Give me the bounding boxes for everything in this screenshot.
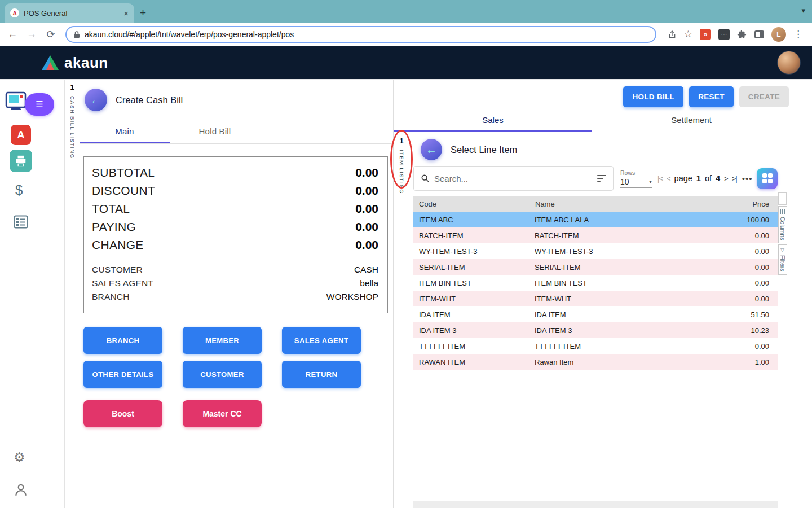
sales-agent-label: SALES AGENT <box>92 278 153 288</box>
main-content: 1 CASH BILL LISTING ← Create Cash Bill M… <box>65 80 812 508</box>
filters-panel-toggle[interactable]: ▽ Filters <box>778 244 787 275</box>
prev-page-icon[interactable]: < <box>667 174 670 183</box>
tab-main[interactable]: Main <box>80 119 170 143</box>
branch-button[interactable]: BRANCH <box>83 327 162 354</box>
table-row[interactable]: ITEM BIN TESTITEM BIN TEST0.00 <box>413 275 778 291</box>
item-listing-title: Select Line Item <box>451 144 517 155</box>
return-button[interactable]: RETURN <box>282 361 361 388</box>
back-arrow-button[interactable]: ← <box>421 139 442 160</box>
boost-button[interactable]: Boost <box>83 400 162 427</box>
hold-bill-button[interactable]: HOLD BILL <box>623 86 683 107</box>
info-row: CUSTOMERCASH <box>92 263 378 277</box>
printer-applet-icon[interactable] <box>10 150 32 172</box>
cell-price: 0.00 <box>659 342 778 351</box>
tab-hold-bill[interactable]: Hold Bill <box>170 119 260 143</box>
rows-select[interactable]: 10 ▾ <box>620 177 652 188</box>
browser-tab[interactable]: A POS General × <box>5 3 134 23</box>
side-panel-icon[interactable] <box>754 30 764 38</box>
bookmark-star-icon[interactable]: ☆ <box>684 28 692 40</box>
more-options-icon[interactable]: ••• <box>742 174 753 183</box>
user-avatar[interactable] <box>777 51 801 75</box>
app-sidebar: ☰ A $ ⚙ <box>0 80 65 508</box>
summary-row: TOTAL0.00 <box>92 200 378 218</box>
puzzle-extensions-icon[interactable] <box>737 29 747 40</box>
table-row[interactable]: ITEM ABCITEM ABC LALA100.00 <box>413 212 778 227</box>
item-table: Code Name Price ITEM ABCITEM ABC LALA100… <box>413 196 778 370</box>
create-button[interactable]: CREATE <box>739 86 789 107</box>
forward-icon[interactable]: → <box>25 28 38 40</box>
url-bar[interactable]: akaun.cloud/#/applet/tnt/wavelet/erp/pos… <box>65 26 656 43</box>
tab-settlement[interactable]: Settlement <box>592 108 791 132</box>
cash-bill-listing-vertical-tab[interactable]: 1 CASH BILL LISTING <box>65 80 80 508</box>
cell-code: TTTTTT ITEM <box>413 342 529 351</box>
next-page-icon[interactable]: > <box>724 174 728 183</box>
grid-view-button[interactable] <box>757 168 778 189</box>
filter-list-icon[interactable] <box>597 175 606 182</box>
table-row[interactable]: IDA ITEMIDA ITEM51.50 <box>413 306 778 322</box>
total-label: TOTAL <box>92 202 130 216</box>
new-tab-button[interactable]: + <box>140 7 146 18</box>
summary-row: CHANGE0.00 <box>92 236 378 254</box>
finance-applet-icon[interactable]: $ <box>15 182 23 198</box>
member-button[interactable]: MEMBER <box>183 327 262 354</box>
table-row[interactable]: SERIAL-ITEMSERIAL-ITEM0.00 <box>413 259 778 275</box>
bill-summary-box: SUBTOTAL0.00 DISCOUNT0.00 TOTAL0.00 PAYI… <box>83 156 388 313</box>
cell-price: 0.00 <box>659 279 778 287</box>
table-row[interactable]: WY-ITEM-TEST-3WY-ITEM-TEST-30.00 <box>413 243 778 259</box>
col-code[interactable]: Code <box>413 200 529 208</box>
right-pane-tabs: Sales Settlement <box>394 108 791 132</box>
col-price[interactable]: Price <box>659 196 778 212</box>
pdf-applet-icon[interactable]: A <box>11 125 31 145</box>
table-scrollbar[interactable] <box>778 192 787 205</box>
apps-grid-icon <box>762 173 773 183</box>
item-listing-vertical-tab[interactable]: 1 ITEM LISTING <box>394 132 409 508</box>
screen: A POS General × + ▾ ← → ⟳ akaun.cloud/#/… <box>0 0 812 508</box>
applet-menu-toggle[interactable]: ☰ <box>25 93 54 116</box>
table-row[interactable]: BATCH-ITEMBATCH-ITEM0.00 <box>413 227 778 243</box>
item-listing-index: 1 <box>394 137 409 145</box>
col-name[interactable]: Name <box>529 196 659 212</box>
browser-menu-icon[interactable]: ⋮ <box>793 28 803 40</box>
columns-panel-toggle[interactable]: Columns <box>778 206 787 243</box>
cell-code: BATCH-ITEM <box>413 231 529 240</box>
table-row[interactable]: TTTTTT ITEMTTTTTT ITEM0.00 <box>413 338 778 354</box>
first-page-icon[interactable]: |< <box>657 174 663 183</box>
master-cc-button[interactable]: Master CC <box>183 400 262 427</box>
branch-value: WORKSHOP <box>326 292 378 302</box>
share-icon[interactable] <box>668 30 677 39</box>
other-details-button[interactable]: OTHER DETAILS <box>83 361 162 388</box>
extension-dark-icon[interactable]: ⋯ <box>718 29 730 40</box>
tab-close-icon[interactable]: × <box>123 8 129 18</box>
back-icon[interactable]: ← <box>6 28 19 40</box>
table-footer-bar <box>413 501 778 508</box>
app-body: ☰ A $ ⚙ 1 CASH BILL LISTING <box>0 79 812 508</box>
cell-price: 100.00 <box>659 216 778 224</box>
back-arrow-icon: ← <box>90 94 102 107</box>
search-input[interactable] <box>434 174 593 183</box>
last-page-icon[interactable]: >| <box>732 174 737 183</box>
browser-profile-avatar[interactable]: L <box>771 27 786 42</box>
back-arrow-button[interactable]: ← <box>85 89 107 111</box>
extension-red-icon[interactable]: » <box>700 29 711 40</box>
cell-name: TTTTTT ITEM <box>529 342 659 351</box>
settings-gear-icon[interactable]: ⚙ <box>14 450 25 465</box>
table-row[interactable]: RAWAN ITEMRawan Item1.00 <box>413 354 778 370</box>
tab-sales[interactable]: Sales <box>394 108 592 132</box>
table-row[interactable]: IDA ITEM 3IDA ITEM 310.23 <box>413 322 778 338</box>
pos-applet-icon[interactable] <box>5 90 27 112</box>
customer-button[interactable]: CUSTOMER <box>183 361 262 388</box>
active-tab-underline <box>80 142 170 143</box>
cash-bill-listing-index: 1 <box>65 83 80 91</box>
cash-bill-listing-label: CASH BILL LISTING <box>69 96 76 159</box>
forms-applet-icon[interactable] <box>14 215 28 229</box>
akaun-logo[interactable]: akaun <box>42 54 108 72</box>
profile-person-icon[interactable] <box>14 483 28 497</box>
reset-button[interactable]: RESET <box>689 86 734 107</box>
chevron-down-icon: ▾ <box>649 178 652 185</box>
browser-toolbar: ← → ⟳ akaun.cloud/#/applet/tnt/wavelet/e… <box>0 23 812 46</box>
reload-icon[interactable]: ⟳ <box>44 28 58 41</box>
browser-tab-strip: A POS General × + ▾ <box>0 0 812 23</box>
window-chevron-icon[interactable]: ▾ <box>801 6 805 15</box>
table-row[interactable]: ITEM-WHTITEM-WHT0.00 <box>413 291 778 306</box>
sales-agent-button[interactable]: SALES AGENT <box>282 327 361 354</box>
